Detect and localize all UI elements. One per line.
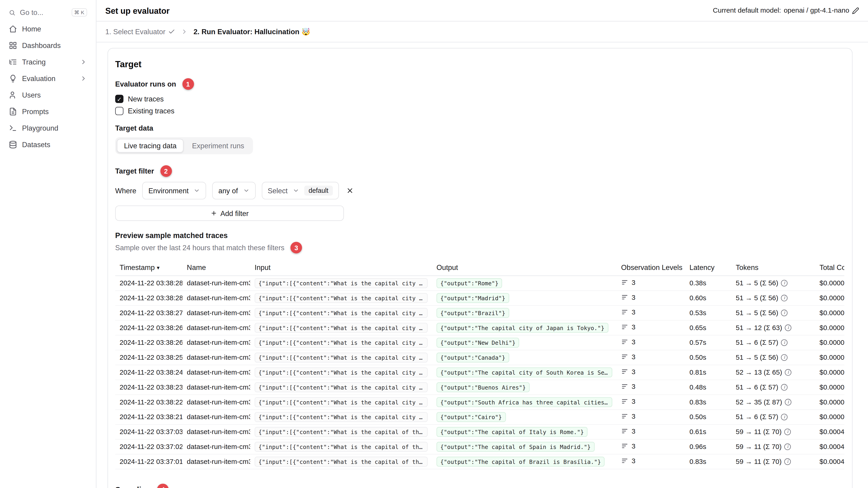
input-chip[interactable]: {"input":[{"content":"What is the capita… — [255, 367, 428, 377]
cell-observation-levels: 3 — [617, 440, 685, 454]
output-chip[interactable]: {"output":"Cairo"} — [436, 412, 506, 422]
input-chip[interactable]: {"input":[{"content":"What is the capita… — [255, 308, 428, 318]
sidebar-item-dashboards[interactable]: Dashboards — [4, 37, 91, 54]
sidebar-item-home[interactable]: Home — [4, 21, 91, 37]
cell-name: dataset-run-item-cm3s4 — [182, 320, 250, 335]
table-row[interactable]: 2024-11-22 03:37:01 dataset-run-item-cm3… — [115, 454, 844, 469]
cell-output: {"output":"Cairo"} — [432, 410, 617, 424]
checkbox-row-new-traces[interactable]: ✓ New traces — [115, 95, 844, 103]
filter-column-select[interactable]: Environment — [143, 182, 206, 199]
col-header-output[interactable]: Output — [432, 259, 617, 276]
table-row[interactable]: 2024-11-22 03:38:27 dataset-run-item-cm3… — [115, 305, 844, 320]
cell-observation-levels: 3 — [617, 320, 685, 335]
output-chip[interactable]: {"output":"Brazil"} — [436, 308, 509, 318]
goto-search[interactable]: Go to... ⌘ K — [4, 4, 91, 21]
edit-model-icon[interactable] — [852, 7, 859, 14]
col-header-latency[interactable]: Latency — [685, 259, 732, 276]
input-chip[interactable]: {"input":[{"content":"What is the capita… — [255, 457, 428, 467]
goto-label: Go to... — [20, 8, 43, 17]
output-chip[interactable]: {"output":"The capital of Spain is Madri… — [436, 442, 594, 452]
input-chip[interactable]: {"input":[{"content":"What is the capita… — [255, 338, 428, 348]
col-header-timestamp[interactable]: Timestamp▼ — [115, 259, 183, 276]
input-chip[interactable]: {"input":[{"content":"What is the capita… — [255, 412, 428, 422]
info-icon: i — [781, 295, 787, 301]
sidebar-item-datasets[interactable]: Datasets — [4, 137, 91, 153]
input-chip[interactable]: {"input":[{"content":"What is the capita… — [255, 293, 428, 303]
output-chip[interactable]: {"output":"The capital city of South Kor… — [436, 367, 613, 377]
col-header-input[interactable]: Input — [250, 259, 432, 276]
sidebar-item-evaluation[interactable]: Evaluation — [4, 70, 91, 87]
cell-output: {"output":"Madrid"} — [432, 291, 617, 305]
sidebar-item-label: Prompts — [22, 107, 49, 116]
chevron-down-icon — [292, 187, 299, 194]
existing-traces-checkbox[interactable] — [115, 107, 124, 115]
info-icon: i — [784, 428, 791, 435]
col-header-total-cost[interactable]: Total Cost — [815, 259, 844, 276]
sidebar-item-users[interactable]: Users — [4, 87, 91, 103]
output-chip[interactable]: {"output":"New Delhi"} — [436, 338, 520, 348]
users-icon — [9, 91, 17, 99]
table-row[interactable]: 2024-11-22 03:38:22 dataset-run-item-cm3… — [115, 395, 844, 410]
playground-icon — [9, 124, 17, 132]
tab-experiment-runs[interactable]: Experiment runs — [185, 139, 251, 153]
output-chip[interactable]: {"output":"South Africa has three capita… — [436, 397, 613, 407]
output-chip[interactable]: {"output":"The capital of Italy is Rome.… — [436, 427, 588, 437]
input-chip[interactable]: {"input":[{"content":"What is the capita… — [255, 353, 428, 362]
input-chip[interactable]: {"input":[{"content":"What is the capita… — [255, 427, 428, 437]
output-chip[interactable]: {"output":"Madrid"} — [436, 293, 509, 303]
input-chip[interactable]: {"input":[{"content":"What is the capita… — [255, 382, 428, 392]
cell-total-cost: $0.000015 — [815, 320, 844, 335]
cell-latency: 0.81s — [685, 365, 732, 380]
output-chip[interactable]: {"output":"The capital of Brazil is Bras… — [436, 457, 605, 467]
filter-operator-select[interactable]: any of — [212, 182, 255, 199]
levels-icon — [621, 338, 628, 346]
cell-total-cost: $0.000029 — [815, 395, 844, 410]
input-chip[interactable]: {"input":[{"content":"What is the capita… — [255, 397, 428, 407]
input-chip[interactable]: {"input":[{"content":"What is the capita… — [255, 323, 428, 333]
cell-timestamp: 2024-11-22 03:37:03 — [115, 424, 183, 440]
sidebar-item-tracing[interactable]: Tracing — [4, 54, 91, 70]
cell-input: {"input":[{"content":"What is the capita… — [250, 365, 432, 380]
col-header-name[interactable]: Name — [182, 259, 250, 276]
table-row[interactable]: 2024-11-22 03:38:28 dataset-run-item-cm3… — [115, 276, 844, 291]
table-row[interactable]: 2024-11-22 03:37:02 dataset-run-item-cm3… — [115, 440, 844, 454]
cell-total-cost: $0.000011 ( — [815, 380, 844, 395]
sidebar-item-playground[interactable]: Playground — [4, 120, 91, 136]
input-chip[interactable]: {"input":[{"content":"What is the capita… — [255, 278, 428, 288]
table-row[interactable]: 2024-11-22 03:38:26 dataset-run-item-cm3… — [115, 320, 844, 335]
tab-live-tracing-data[interactable]: Live tracing data — [117, 139, 184, 153]
chevron-right-icon — [80, 58, 87, 65]
table-row[interactable]: 2024-11-22 03:38:24 dataset-run-item-cm3… — [115, 365, 844, 380]
filter-value-select[interactable]: Select default — [261, 182, 339, 199]
add-filter-button[interactable]: Add filter — [115, 205, 344, 221]
output-chip[interactable]: {"output":"Buenos Aires"} — [436, 382, 530, 392]
step-select-evaluator[interactable]: 1. Select Evaluator — [105, 28, 175, 36]
output-chip[interactable]: {"output":"The capital city of Japan is … — [436, 323, 608, 333]
output-chip[interactable]: {"output":"Canada"} — [436, 353, 509, 362]
cell-input: {"input":[{"content":"What is the capita… — [250, 410, 432, 424]
cell-latency: 0.65s — [685, 320, 732, 335]
output-chip[interactable]: {"output":"Rome"} — [436, 278, 502, 288]
table-row[interactable]: 2024-11-22 03:38:21 dataset-run-item-cm3… — [115, 410, 844, 424]
cell-latency: 0.48s — [685, 380, 732, 395]
sidebar-item-prompts[interactable]: Prompts — [4, 103, 91, 120]
table-row[interactable]: 2024-11-22 03:37:03 dataset-run-item-cm3… — [115, 424, 844, 440]
remove-filter-button[interactable] — [345, 186, 355, 196]
table-row[interactable]: 2024-11-22 03:38:23 dataset-run-item-cm3… — [115, 380, 844, 395]
checkbox-row-existing-traces[interactable]: Existing traces — [115, 107, 844, 115]
table-row[interactable]: 2024-11-22 03:38:28 dataset-run-item-cm3… — [115, 291, 844, 305]
table-row[interactable]: 2024-11-22 03:38:26 dataset-run-item-cm3… — [115, 335, 844, 350]
col-header-tokens[interactable]: Tokens — [732, 259, 815, 276]
col-header-observation-levels[interactable]: Observation Levels — [617, 259, 685, 276]
levels-icon — [621, 413, 628, 420]
goto-shortcut: ⌘ K — [71, 8, 87, 17]
cell-total-cost: $0.000011 ( — [815, 350, 844, 365]
cell-output: {"output":"The capital city of Japan is … — [432, 320, 617, 335]
new-traces-checkbox[interactable]: ✓ — [115, 95, 124, 103]
table-row[interactable]: 2024-11-22 03:38:25 dataset-run-item-cm3… — [115, 350, 844, 365]
input-chip[interactable]: {"input":[{"content":"What is the capita… — [255, 442, 428, 452]
table-header-row: Timestamp▼ Name Input Output Observation… — [115, 259, 844, 276]
cell-timestamp: 2024-11-22 03:37:01 — [115, 454, 183, 469]
cell-observation-levels: 3 — [617, 305, 685, 320]
info-icon: i — [785, 369, 792, 376]
